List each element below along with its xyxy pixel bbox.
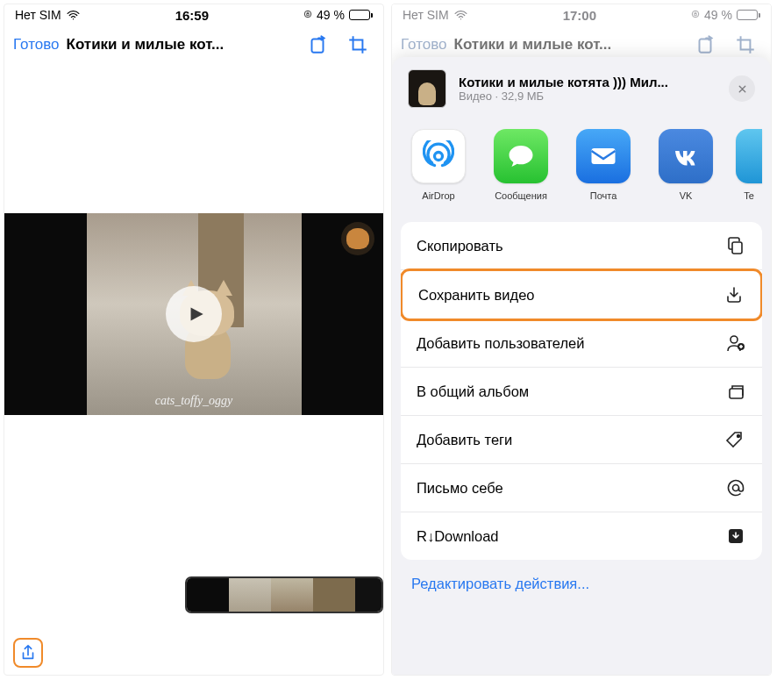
thumbnail[interactable]	[313, 578, 355, 612]
app-telegram[interactable]: Te	[736, 129, 762, 201]
play-icon	[184, 303, 207, 326]
add-user-icon	[725, 333, 746, 354]
wifi-icon	[66, 8, 81, 23]
share-button[interactable]	[13, 638, 43, 668]
action-label: Сохранить видео	[418, 287, 535, 304]
rotate-icon	[694, 33, 716, 56]
action-save-video[interactable]: Сохранить видео	[401, 268, 762, 321]
svg-rect-9	[730, 389, 743, 398]
share-apps-row[interactable]: AirDrop Сообщения Почта VK Te	[392, 117, 771, 213]
file-title: Котики и милые котята ))) Мил...	[459, 75, 716, 89]
action-label: Письмо себе	[417, 480, 503, 497]
app-airdrop[interactable]: AirDrop	[406, 129, 471, 201]
tag-icon	[725, 429, 746, 450]
vk-icon	[670, 140, 702, 172]
svg-point-10	[738, 435, 740, 438]
action-label: R↓Download	[417, 528, 499, 545]
done-button: Готово	[401, 36, 447, 54]
orientation-lock-icon	[303, 9, 312, 19]
nav-bar: Готово Котики и милые кот...	[4, 25, 383, 64]
channel-avatar[interactable]	[341, 222, 374, 255]
svg-point-7	[731, 336, 738, 343]
clock: 17:00	[563, 8, 596, 23]
action-copy[interactable]: Скопировать	[401, 222, 762, 270]
edit-actions-link[interactable]: Редактировать действия...	[392, 560, 771, 596]
svg-rect-3	[700, 39, 711, 53]
app-label: Почта	[590, 190, 617, 201]
close-icon	[737, 83, 748, 95]
messages-icon	[505, 140, 537, 172]
app-vk[interactable]: VK	[653, 129, 718, 201]
thumbnail[interactable]	[355, 578, 383, 612]
status-bar: Нет SIM 16:59 49 %	[4, 4, 383, 25]
action-add-tags[interactable]: Добавить теги	[401, 416, 762, 464]
thumbnail[interactable]	[271, 578, 313, 612]
share-sheet: Котики и милые котята ))) Мил... Видео ·…	[392, 57, 771, 675]
app-label: Сообщения	[495, 190, 547, 201]
sheet-header: Котики и милые котята ))) Мил... Видео ·…	[392, 57, 771, 117]
crop-icon	[346, 33, 369, 56]
clock: 16:59	[175, 8, 209, 23]
svg-point-2	[692, 11, 699, 18]
phone-left: Нет SIM 16:59 49 % Готово Котики и милые…	[4, 4, 384, 676]
thumbnail[interactable]	[187, 578, 229, 612]
battery-icon	[737, 10, 760, 20]
svg-point-11	[733, 485, 739, 491]
rotate-button[interactable]	[301, 33, 334, 56]
app-mail[interactable]: Почта	[571, 129, 636, 201]
copy-icon	[725, 235, 746, 256]
battery-pct: 49 %	[317, 8, 345, 22]
battery-pct: 49 %	[704, 8, 732, 22]
wifi-icon	[453, 8, 468, 23]
video-caption: cats_toffy_oggy	[87, 394, 302, 408]
action-add-users[interactable]: Добавить пользователей	[401, 319, 762, 368]
svg-rect-5	[592, 148, 616, 164]
action-mail-self[interactable]: Письмо себе	[401, 464, 762, 512]
actions-list: Скопировать Сохранить видео Добавить пол…	[401, 222, 762, 560]
video-preview[interactable]: cats_toffy_oggy	[4, 213, 383, 415]
action-label: В общий альбом	[417, 383, 529, 400]
page-title: Котики и милые кот...	[67, 36, 295, 54]
close-button[interactable]	[729, 75, 755, 102]
mail-icon	[588, 140, 619, 172]
svg-point-4	[435, 153, 443, 161]
download-icon	[723, 284, 745, 305]
svg-point-0	[304, 11, 311, 18]
svg-rect-6	[732, 242, 742, 254]
action-label: Добавить пользователей	[417, 335, 584, 352]
rotate-icon	[306, 33, 329, 56]
phone-right: Нет SIM 17:00 49 % Готово Котики и милые…	[391, 4, 772, 676]
save-icon	[725, 526, 746, 547]
share-icon	[18, 643, 38, 662]
app-label: Te	[744, 190, 754, 201]
orientation-lock-icon	[691, 9, 700, 19]
file-thumbnail	[408, 69, 446, 108]
file-subtitle: Видео · 32,9 МБ	[459, 89, 716, 103]
app-messages[interactable]: Сообщения	[488, 129, 553, 201]
battery-icon	[349, 10, 373, 20]
play-button[interactable]	[166, 286, 222, 342]
status-bar: Нет SIM 17:00 49 %	[392, 4, 771, 25]
svg-rect-1	[312, 39, 324, 53]
done-button[interactable]: Готово	[13, 36, 60, 54]
airdrop-icon	[423, 140, 454, 172]
thumbnail-strip[interactable]	[4, 576, 383, 613]
action-label: Добавить теги	[417, 432, 512, 448]
app-label: VK	[680, 190, 693, 201]
action-shared-album[interactable]: В общий альбом	[401, 368, 762, 416]
thumbnail[interactable]	[229, 578, 271, 612]
album-icon	[725, 381, 746, 402]
carrier-text: Нет SIM	[403, 8, 449, 22]
action-rdownload[interactable]: R↓Download	[401, 512, 762, 560]
crop-icon	[734, 33, 757, 56]
action-label: Скопировать	[417, 238, 503, 254]
app-label: AirDrop	[422, 190, 454, 201]
carrier-text: Нет SIM	[15, 8, 61, 22]
crop-button[interactable]	[341, 33, 374, 56]
at-icon	[725, 477, 746, 498]
page-title: Котики и милые кот...	[454, 36, 682, 54]
